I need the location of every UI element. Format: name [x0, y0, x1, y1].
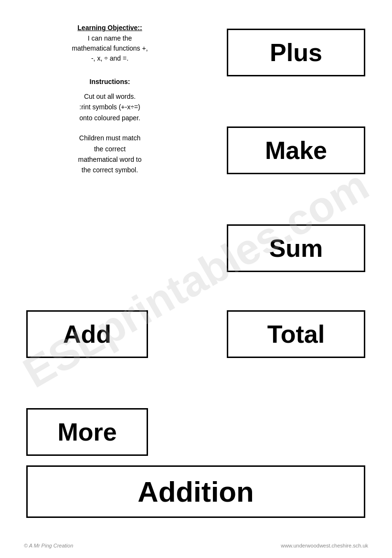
card-sum-label: Sum: [269, 234, 323, 263]
instructions-title: Instructions:: [24, 78, 196, 85]
card-make-label: Make: [265, 136, 327, 165]
lo-line3: -, x, ÷ and =.: [91, 54, 128, 62]
instr-line1: Cut out all words.: [84, 93, 136, 100]
left-text-area: Learning Objective:: I can name the math…: [24, 24, 196, 176]
instr-line2: :rint symbols (+-x÷=): [79, 103, 140, 111]
instructions-body: Cut out all words. :rint symbols (+-x÷=)…: [24, 91, 196, 123]
card-addition: Addition: [26, 465, 365, 518]
card-addition-label: Addition: [138, 475, 254, 508]
card-total-label: Total: [267, 320, 325, 348]
cm-line3: mathematical word to: [78, 156, 141, 163]
card-plus: Plus: [227, 29, 365, 76]
card-more-label: More: [57, 418, 117, 446]
footer-left: © A Mr Ping Creation: [24, 543, 73, 548]
footer-right: www.underwoodwest.cheshire.sch.uk: [281, 543, 368, 548]
page: ESLprintables.com Learning Objective:: I…: [0, 0, 392, 558]
children-match-text: Children must match the correct mathemat…: [24, 133, 196, 176]
learning-objective: Learning Objective:: I can name the math…: [24, 24, 196, 63]
watermark-text: ESLprintables.com: [15, 160, 377, 398]
card-make: Make: [227, 126, 365, 174]
learning-objective-body: I can name the mathematical functions +,…: [24, 33, 196, 63]
card-sum: Sum: [227, 224, 365, 272]
cm-line2: the correct: [94, 145, 126, 153]
lo-line2: mathematical functions +,: [72, 44, 148, 52]
card-plus-label: Plus: [270, 38, 322, 67]
cm-line4: the correct symbol.: [82, 166, 138, 174]
card-total: Total: [227, 310, 365, 358]
footer: © A Mr Ping Creation www.underwoodwest.c…: [0, 543, 392, 548]
card-more: More: [26, 408, 148, 456]
card-add-label: Add: [63, 320, 111, 348]
lo-line1: I can name the: [88, 34, 132, 42]
learning-objective-title: Learning Objective::: [24, 24, 196, 32]
cm-line1: Children must match: [79, 134, 140, 142]
instructions-section: Instructions: Cut out all words. :rint s…: [24, 78, 196, 123]
card-add: Add: [26, 310, 148, 358]
instr-line3: onto coloured paper.: [79, 114, 140, 122]
